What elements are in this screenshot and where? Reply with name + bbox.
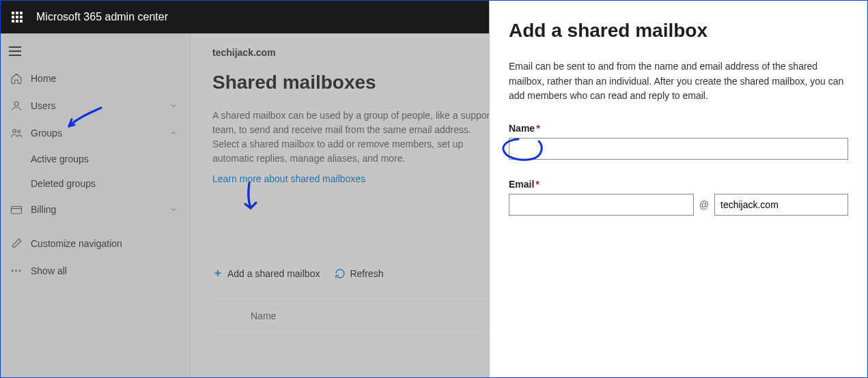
chevron-up-icon <box>169 129 182 137</box>
required-asterisk: * <box>535 179 539 190</box>
panel-title: Add a shared mailbox <box>509 20 848 42</box>
nav-groups[interactable]: Groups <box>1 119 190 147</box>
domain-select-value: techijack.com <box>720 199 779 210</box>
svg-rect-3 <box>12 207 22 214</box>
home-icon <box>9 72 24 85</box>
svg-point-2 <box>18 130 20 133</box>
at-symbol: @ <box>699 199 709 210</box>
add-shared-mailbox-label: Add a shared mailbox <box>227 268 320 279</box>
nav-users-label: Users <box>31 100 169 111</box>
user-icon <box>9 100 24 112</box>
name-input[interactable] <box>509 138 848 160</box>
nav-show-all-label: Show all <box>31 265 182 276</box>
nav-customize-label: Customize navigation <box>31 238 182 249</box>
add-shared-mailbox-button[interactable]: ＋ Add a shared mailbox <box>212 266 320 280</box>
required-asterisk: * <box>536 123 540 134</box>
billing-icon <box>9 203 24 216</box>
edit-icon <box>9 237 24 250</box>
left-nav: Home Users Groups Active groups Deleted … <box>1 33 191 377</box>
domain-select[interactable]: techijack.com <box>714 194 848 216</box>
nav-active-groups[interactable]: Active groups <box>1 147 190 171</box>
svg-point-0 <box>14 102 18 106</box>
email-label: Email* <box>509 179 848 190</box>
refresh-button[interactable]: Refresh <box>335 266 383 280</box>
learn-more-link[interactable]: Learn more about shared mailboxes <box>212 173 365 184</box>
nav-billing-label: Billing <box>31 204 169 215</box>
add-shared-mailbox-panel: Add a shared mailbox Email can be sent t… <box>489 1 867 377</box>
plus-icon: ＋ <box>212 266 223 280</box>
nav-groups-label: Groups <box>31 128 169 139</box>
nav-customize[interactable]: Customize navigation <box>1 230 190 257</box>
name-label: Name* <box>509 123 848 134</box>
nav-home-label: Home <box>31 73 182 84</box>
panel-description: Email can be sent to and from the name a… <box>509 59 848 104</box>
groups-icon <box>9 127 24 139</box>
email-input[interactable] <box>509 194 694 216</box>
refresh-label: Refresh <box>350 268 383 279</box>
nav-deleted-groups[interactable]: Deleted groups <box>1 171 190 196</box>
chevron-down-icon <box>169 205 182 214</box>
nav-show-all[interactable]: ··· Show all <box>1 257 190 285</box>
chevron-down-icon <box>169 102 182 110</box>
refresh-icon <box>335 268 346 279</box>
svg-point-1 <box>13 130 16 133</box>
app-title: Microsoft 365 admin center <box>36 11 168 23</box>
nav-collapse-button[interactable] <box>1 38 190 65</box>
page-description: A shared mailbox can be used by a group … <box>212 108 499 166</box>
ellipsis-icon: ··· <box>9 265 24 277</box>
nav-billing[interactable]: Billing <box>1 196 190 223</box>
name-field-group: Name* <box>509 123 848 160</box>
app-launcher-icon[interactable] <box>6 6 28 28</box>
nav-home[interactable]: Home <box>1 65 190 92</box>
nav-users[interactable]: Users <box>1 92 190 119</box>
email-field-group: Email* @ techijack.com <box>509 179 848 216</box>
